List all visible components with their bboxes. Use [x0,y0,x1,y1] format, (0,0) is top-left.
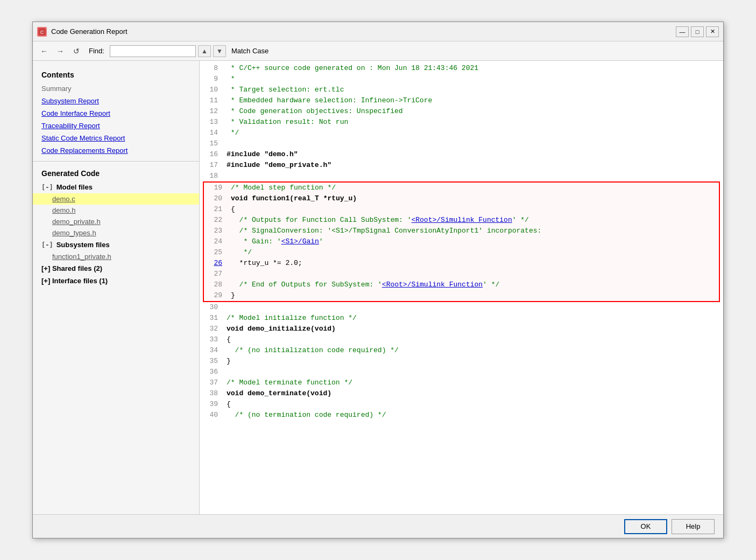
subsystem-files-collapse: [-] [41,241,53,249]
code-line: 30 [200,302,723,313]
sidebar-item-subsystem-report[interactable]: Subsystem Report [33,95,199,107]
bottom-bar: OK Help [33,514,723,538]
code-line: 21 { [204,204,719,215]
titlebar: C Code Generation Report — □ ✕ [33,22,723,41]
file-demo-h[interactable]: demo.h [33,205,199,216]
code-line: 28 /* End of Outputs for SubSystem: '<Ro… [204,279,719,290]
main-area: Contents Summary Subsystem Report Code I… [33,61,723,514]
code-line: 10 * Target selection: ert.tlc [200,85,723,95]
find-down-button[interactable]: ▼ [213,45,226,57]
pre-highlight-lines: 8 * C/C++ source code generated on : Mon… [200,63,723,181]
window-title: Code Generation Report [51,27,676,36]
forward-button[interactable]: → [53,45,67,58]
code-scroll-area[interactable]: 8 * C/C++ source code generated on : Mon… [200,61,723,514]
ok-button[interactable]: OK [624,519,667,534]
line-num-26[interactable]: 26 [204,258,229,269]
code-line: 24 * Gain: '<S1>/Gain' [204,236,719,247]
maximize-button[interactable]: □ [691,26,704,37]
match-case-label: Match Case [231,47,269,55]
code-line: 40 /* (no termination code required) */ [200,410,723,421]
file-function1-private-h[interactable]: function1_private.h [33,251,199,262]
code-line: 9 * [200,74,723,85]
sidebar-item-summary[interactable]: Summary [33,82,199,95]
link-root-simulink-function-22[interactable]: <Root>/Simulink Function [411,216,512,224]
help-button[interactable]: Help [672,519,715,534]
shared-files-title: Shared files (2) [52,264,102,272]
code-line: 15 [200,138,723,149]
sidebar-separator-1 [33,161,199,162]
code-line: 18 [200,171,723,181]
code-line: 29 } [204,290,719,301]
code-line: 23 /* SignalConversion: '<S1>/TmpSignal … [204,226,719,236]
contents-title: Contents [33,67,199,82]
subsystem-files-group[interactable]: [-] Subsystem files [33,239,199,251]
highlighted-code-block: 19 /* Model step function */ 20 void fun… [203,181,720,302]
model-files-collapse: [-] [41,184,53,191]
code-line: 25 */ [204,247,719,258]
code-line: 39 { [200,399,723,410]
window-controls: — □ ✕ [676,26,719,37]
shared-files-group[interactable]: [+] Shared files (2) [33,262,199,275]
interface-files-title: Interface files (1) [52,277,108,285]
code-line: 26 *rtuy_u *= 2.0; [204,258,719,269]
back-button[interactable]: ← [37,45,51,58]
find-up-button[interactable]: ▲ [198,45,211,57]
code-line: 16 #include "demo.h" [200,149,723,160]
code-line: 34 /* (no initialization code required) … [200,345,723,356]
subsystem-files-title: Subsystem files [56,241,110,249]
find-label: Find: [89,47,104,55]
code-line: 37 /* Model terminate function */ [200,377,723,388]
sidebar-item-code-interface[interactable]: Code Interface Report [33,107,199,120]
sidebar-item-code-replacements[interactable]: Code Replacements Report [33,144,199,157]
close-button[interactable]: ✕ [706,26,719,37]
model-files-group[interactable]: [-] Model files [33,181,199,193]
toolbar: ← → ↺ Find: ▲ ▼ Match Case [33,41,723,61]
sidebar: Contents Summary Subsystem Report Code I… [33,61,200,514]
code-line: 12 * Code generation objectives: Unspeci… [200,106,723,117]
svg-text:C: C [40,30,44,35]
interface-files-group[interactable]: [+] Interface files (1) [33,275,199,287]
link-root-simulink-function-28[interactable]: <Root>/Simulink Function [382,281,483,289]
code-line: 22 /* Outputs for Function Call SubSyste… [204,215,719,226]
code-line: 17 #include "demo_private.h" [200,160,723,171]
code-line: 35 } [200,356,723,367]
main-window: C Code Generation Report — □ ✕ ← → ↺ Fin… [32,22,724,538]
minimize-button[interactable]: — [676,26,689,37]
code-line: 11 * Embedded hardware selection: Infine… [200,95,723,106]
code-line: 8 * C/C++ source code generated on : Mon… [200,63,723,74]
interface-files-collapse: [+] [41,277,50,285]
model-files-title: Model files [56,183,93,191]
code-line: 14 */ [200,128,723,138]
code-panel: 8 * C/C++ source code generated on : Mon… [200,61,723,514]
file-demo-types-h[interactable]: demo_types.h [33,227,199,239]
generated-code-title: Generated Code [33,166,199,181]
find-input[interactable] [110,45,196,57]
code-line: 27 [204,269,719,279]
code-line: 32 void demo_initialize(void) [200,324,723,334]
code-line: 38 void demo_terminate(void) [200,388,723,399]
code-line: 33 { [200,334,723,345]
file-demo-c[interactable]: demo.c [33,193,199,205]
code-line: 31 /* Model initialize function */ [200,313,723,324]
sidebar-item-traceability[interactable]: Traceability Report [33,120,199,132]
code-line: 20 void function1(real_T *rtuy_u) [204,193,719,204]
sidebar-item-static-metrics[interactable]: Static Code Metrics Report [33,132,199,144]
file-demo-private-h[interactable]: demo_private.h [33,216,199,227]
app-icon: C [37,27,47,37]
refresh-button[interactable]: ↺ [69,45,83,58]
code-line: 13 * Validation result: Not run [200,117,723,128]
shared-files-collapse: [+] [41,264,50,272]
code-line: 19 /* Model step function */ [204,183,719,193]
code-line: 36 [200,367,723,377]
link-s1-gain[interactable]: <S1>/Gain [281,237,319,246]
post-highlight-lines: 30 31 /* Model initialize function */ 32… [200,302,723,421]
